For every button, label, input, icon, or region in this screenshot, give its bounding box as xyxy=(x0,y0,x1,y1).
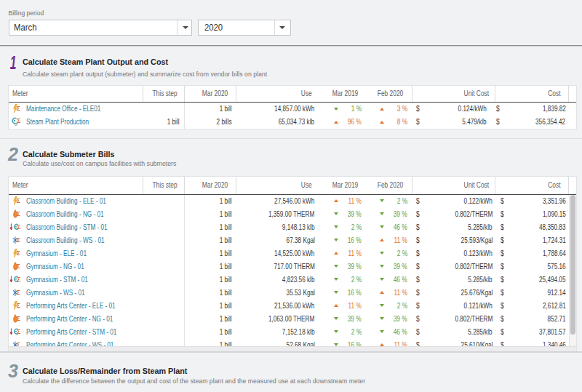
svg-text:Σ: Σ xyxy=(17,105,21,112)
svg-text:Σ: Σ xyxy=(17,117,21,124)
svg-text:Σ: Σ xyxy=(17,236,21,243)
svg-text:Σ: Σ xyxy=(17,288,21,295)
svg-text:Σ: Σ xyxy=(17,314,21,321)
svg-text:Σ: Σ xyxy=(17,275,21,282)
svg-text:Σ: Σ xyxy=(17,327,21,335)
svg-text:Σ: Σ xyxy=(17,301,21,308)
svg-text:Σ: Σ xyxy=(17,223,21,230)
svg-text:Σ: Σ xyxy=(17,340,21,345)
svg-text:Σ: Σ xyxy=(17,249,21,256)
svg-text:Σ: Σ xyxy=(17,196,21,204)
svg-text:Σ: Σ xyxy=(17,262,21,269)
svg-text:Σ: Σ xyxy=(17,209,21,217)
